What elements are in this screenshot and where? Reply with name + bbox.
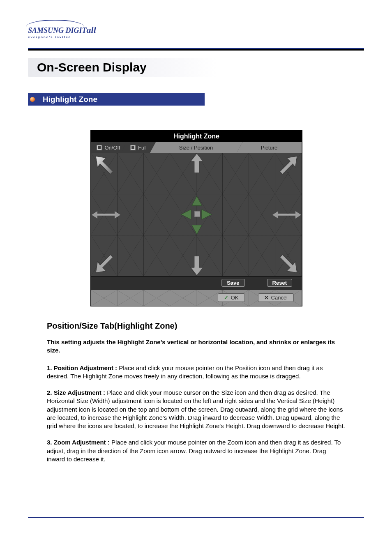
p2-lead: 2. Size Adjustment : (47, 389, 107, 396)
section-bullet (28, 93, 37, 106)
size-up-icon[interactable] (191, 196, 203, 207)
tab-size-label: Size / Position (179, 145, 213, 151)
content-intro: This setting adjusts the Highlight Zone'… (47, 338, 345, 355)
cancel-button-label: Cancel (271, 295, 288, 301)
paragraph-zoom: 3. Zoom Adjustment : Place and click you… (47, 438, 345, 463)
svg-marker-3 (192, 196, 202, 205)
ok-button[interactable]: ✓ OK (218, 293, 245, 302)
center-handle-icon[interactable] (194, 211, 200, 217)
svg-marker-9 (191, 256, 203, 275)
svg-marker-2 (191, 154, 203, 173)
svg-marker-8 (280, 255, 297, 273)
content-heading: Position/Size Tab(Highlight Zone) (47, 321, 345, 331)
tab-full-label: Full (138, 145, 147, 151)
zoom-arrow-ne-icon[interactable] (277, 154, 299, 176)
position-left-right-icon[interactable] (97, 214, 115, 216)
p1-lead: 1. Position Adjustment : (47, 364, 119, 371)
tab-picture-label: Picture (261, 145, 277, 151)
osd-title: Highlight Zone (91, 131, 302, 142)
svg-marker-7 (96, 255, 113, 273)
tab-onoff[interactable]: On/Off (91, 142, 127, 153)
checkbox-icon (130, 145, 136, 150)
position-down-icon[interactable] (186, 255, 208, 276)
tab-onoff-label: On/Off (104, 145, 120, 151)
brand-logo: SΛMSUNG DIGITall everyone's invited (28, 25, 364, 39)
save-button[interactable]: Save (221, 279, 244, 287)
osd-tabs: On/Off Full Size / Position Picture (91, 142, 302, 153)
ok-button-label: OK (231, 295, 239, 301)
svg-marker-4 (181, 210, 191, 219)
paragraph-position: 1. Position Adjustment : Place and click… (47, 364, 345, 381)
size-right-icon[interactable] (201, 209, 212, 220)
osd-adjustment-grid (91, 153, 302, 276)
position-left-right-icon[interactable] (277, 214, 296, 216)
section-heading: Highlight Zone (28, 93, 364, 106)
zoom-arrow-nw-icon[interactable] (94, 154, 115, 176)
position-up-icon[interactable] (186, 153, 208, 174)
p3-lead: 3. Zoom Adjustment : (47, 439, 111, 446)
svg-marker-6 (192, 225, 202, 234)
page-title: On-Screen Display (28, 58, 217, 77)
svg-marker-0 (96, 156, 113, 174)
size-down-icon[interactable] (191, 223, 203, 235)
tab-size-position[interactable]: Size / Position (150, 142, 242, 153)
zoom-arrow-se-icon[interactable] (277, 253, 299, 274)
svg-marker-1 (280, 156, 297, 174)
svg-marker-5 (202, 210, 212, 219)
brand-tagline: everyone's invited (28, 35, 364, 39)
sphere-icon (30, 97, 35, 102)
cancel-button[interactable]: ✕ Cancel (258, 293, 294, 302)
close-icon: ✕ (264, 295, 269, 301)
logo-swoosh (26, 20, 84, 28)
osd-footer: ✓ OK ✕ Cancel (91, 290, 302, 306)
brand-name-c: all (87, 25, 96, 35)
check-icon: ✓ (224, 295, 228, 301)
reset-button[interactable]: Reset (267, 279, 292, 287)
paragraph-size: 2. Size Adjustment : Place and click you… (47, 389, 345, 430)
size-left-icon[interactable] (180, 209, 192, 220)
zoom-arrow-sw-icon[interactable] (94, 253, 115, 274)
tab-full[interactable]: Full (122, 142, 156, 153)
tab-picture[interactable]: Picture (237, 142, 302, 153)
section-heading-label: Highlight Zone (37, 93, 205, 106)
checkbox-icon (97, 145, 102, 150)
footer-divider (28, 517, 364, 518)
osd-window: Highlight Zone On/Off Full Size / Positi… (90, 130, 302, 306)
osd-button-row: Save Reset (91, 276, 302, 290)
content-body: Position/Size Tab(Highlight Zone) This s… (28, 321, 364, 463)
header-divider (28, 48, 364, 51)
